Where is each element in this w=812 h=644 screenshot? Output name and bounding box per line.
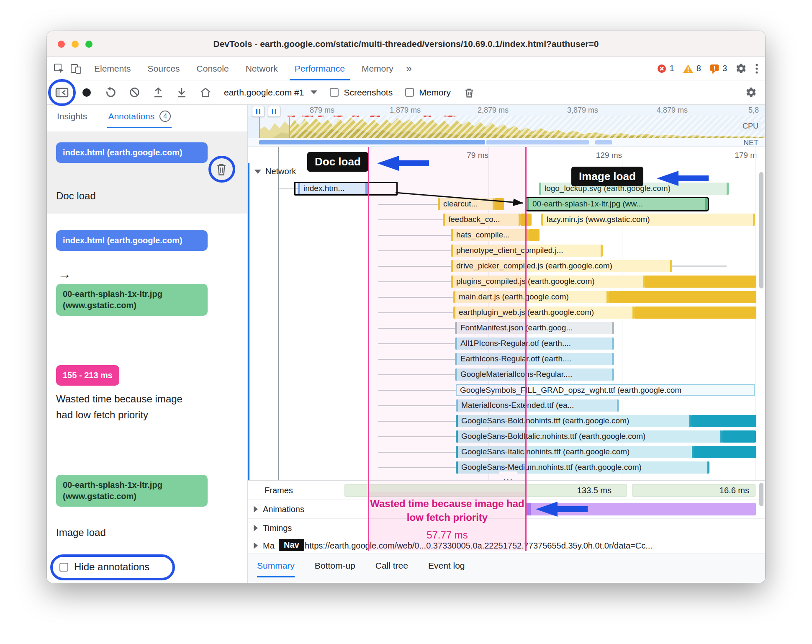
tab-console[interactable]: Console [188,57,237,80]
request-bar-segment[interactable] [645,276,756,288]
memory-checkbox[interactable] [405,88,414,97]
selection-handle-right[interactable] [268,106,280,117]
tab-elements[interactable]: Elements [86,57,139,80]
hide-annotations-row[interactable]: Hide annotations [59,561,149,573]
request-bar-segment[interactable] [722,430,756,443]
network-request-bar[interactable]: GoogleSans-BoldItalic.nohints.ttf (earth… [456,430,722,443]
expand-triangle-icon[interactable] [254,506,258,513]
zoom-window-button[interactable] [85,41,93,48]
more-tabs-icon[interactable]: » [402,62,416,75]
download-profile-icon[interactable] [176,87,187,98]
annotation-link-to-chip[interactable]: 00-earth-splash-1x-ltr.jpg (www.gstatic.… [56,284,208,316]
close-window-button[interactable] [58,41,65,48]
request-label: All1PIcons-Regular.otf (earth.... [460,339,571,348]
screenshots-checkbox-row[interactable]: Screenshots [330,88,393,98]
annotation-chip[interactable]: index.html (earth.google.com) [56,142,208,163]
more-requests-indicator[interactable]: ... [499,471,517,480]
kebab-menu-icon[interactable] [755,63,758,75]
network-request-bar[interactable]: hats_compile... [451,229,529,241]
screenshots-checkbox[interactable] [330,88,339,97]
network-request-bar[interactable]: All1PIcons-Regular.otf (earth.... [455,337,614,350]
clear-icon[interactable] [129,87,140,98]
request-bar-segment[interactable] [495,198,504,210]
network-request-bar[interactable]: 00-earth-splash-1x-ltr.jpg (ww... [527,198,708,210]
scrollbar-thumb[interactable] [759,172,763,289]
delete-annotation-button[interactable] [215,162,228,178]
wasted-time-duration: 57.77 ms [368,529,527,541]
error-count: 1 [670,64,674,73]
minimap-selection-window[interactable] [259,116,290,138]
hide-annotations-checkbox[interactable] [59,563,68,572]
tab-performance[interactable]: Performance [286,57,353,80]
network-request-bar[interactable]: feedback_co... [443,214,521,226]
network-request-bar[interactable]: lazy.min.js (www.gstatic.com) [541,214,755,226]
network-request-bar[interactable]: plugins_compiled.js (earth.google.com) [451,276,645,288]
reload-record-icon[interactable] [105,87,116,98]
annotation-link-from-chip[interactable]: index.html (earth.google.com) [56,230,208,251]
annotation-chip[interactable]: 00-earth-splash-1x-ltr.jpg (www.gstatic.… [56,475,208,507]
network-request-bar[interactable]: MaterialIcons-Extended.ttf (ea... [456,399,619,412]
request-whisker [672,265,727,267]
request-bar-segment[interactable] [635,307,756,319]
tab-call-tree[interactable]: Call tree [375,554,408,577]
inspect-element-icon[interactable] [54,63,64,74]
image-load-annotation-label[interactable]: Image load [571,167,643,186]
upload-profile-icon[interactable] [153,87,164,98]
network-request-bar[interactable]: earthplugin_web.js (earth.google.com) [453,307,635,319]
network-request-bar[interactable]: phenotype_client_compiled.j... [451,245,603,257]
tab-summary[interactable]: Summary [257,554,295,577]
request-bar-segment[interactable] [521,214,532,226]
tab-annotations[interactable]: Annotations 4 [108,105,171,128]
record-icon[interactable] [81,87,92,98]
network-request-bar[interactable]: GoogleSans-Bold.nohints.ttf (earth.googl… [456,415,691,427]
network-request-bar[interactable]: FontManifest.json (earth.goog... [455,322,614,334]
network-request-bar[interactable]: GoogleSymbols_FILL_GRAD_opsz_wght.ttf (e… [456,384,755,396]
tab-sources[interactable]: Sources [139,57,188,80]
network-request-bar[interactable]: GoogleSans-Italic.nohints.ttf (earth.goo… [456,446,694,458]
tab-network[interactable]: Network [237,57,286,80]
selection-handle-left[interactable] [252,106,265,117]
request-bar-segment[interactable] [691,415,756,427]
request-leader-line [378,390,456,391]
tab-event-log[interactable]: Event log [428,554,465,577]
request-leader-line [378,219,443,220]
network-request-bar[interactable]: main.dart.js (earth.google.com) [453,291,609,303]
network-request-bar[interactable]: GoogleMaterialIcons-Regular.... [455,368,614,381]
tab-bottom-up[interactable]: Bottom-up [315,554,355,577]
memory-checkbox-row[interactable]: Memory [405,88,451,98]
network-request-bar[interactable]: clearcut... [438,198,495,210]
frame-duration-bar[interactable]: 16.6 ms [632,484,755,497]
network-track-header[interactable]: Network [254,167,296,176]
toggle-sidebar-icon[interactable] [55,87,69,98]
frame-duration-bar[interactable]: 133.5 ms [344,484,627,497]
scrollbar-thumb[interactable] [759,483,763,506]
timeline-minimap[interactable]: 879 ms 1,879 ms 2,879 ms 3,879 ms 4,879 … [248,105,765,147]
tab-insights[interactable]: Insights [57,105,87,128]
collect-garbage-icon[interactable] [463,87,475,98]
minimize-window-button[interactable] [72,41,79,48]
expand-triangle-icon[interactable] [254,525,258,531]
request-bar-segment[interactable] [529,229,540,241]
expand-triangle-icon[interactable] [254,542,258,549]
doc-load-annotation-label[interactable]: Doc load [307,152,368,172]
nav-annotation-label[interactable]: Nav [279,539,304,551]
annotation-card-doc-load[interactable]: index.html (earth.google.com) Doc load [47,131,247,214]
annotation-range-chip[interactable]: 155 - 213 ms [56,365,119,386]
network-request-bar[interactable]: EarthIcons-Regular.otf (earth.... [455,353,614,365]
errors-badge[interactable]: 1 [657,64,674,74]
network-request-bar[interactable]: GoogleSans-Medium.nohints.ttf (earth.goo… [456,461,709,474]
live-metrics-home-icon[interactable] [200,87,211,98]
tab-memory[interactable]: Memory [353,57,402,80]
panel-settings-gear-icon[interactable] [745,87,757,98]
history-select[interactable]: earth.google.com #1 [224,88,317,98]
request-bar-segment[interactable] [609,291,756,303]
settings-gear-icon[interactable] [735,63,747,74]
issues-badge[interactable]: 3 [709,64,727,74]
warnings-badge[interactable]: 8 [683,64,701,74]
ruler-tick-label: 179 m [723,151,757,160]
collapse-triangle-icon[interactable] [254,170,261,174]
network-request-bar[interactable]: drive_picker_compiled.js (earth.google.c… [451,260,672,272]
device-toolbar-icon[interactable] [70,63,82,74]
annotation-label: Image load [56,527,106,538]
request-bar-segment[interactable] [694,446,756,458]
